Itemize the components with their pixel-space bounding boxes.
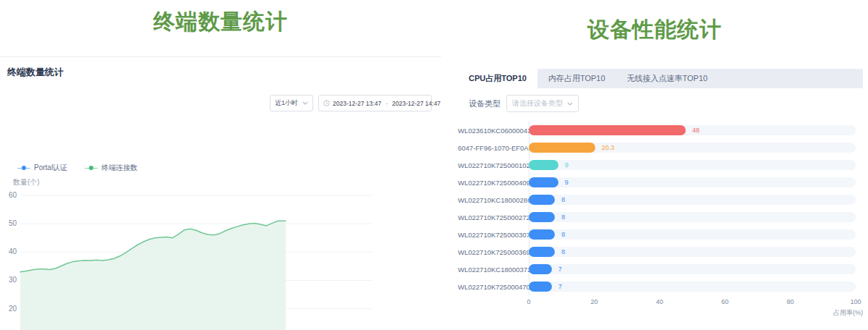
bar-row-3: WL022710K7250004099 [458,174,863,191]
bar-fill [529,229,555,240]
bar-track: 8 [529,212,856,222]
x-tick-label: 80 [787,298,794,305]
bar-value-label: 20.3 [602,144,615,151]
bar-row-0: WL023610KC0600004348 [458,122,863,139]
clock-icon [323,100,330,106]
device-type-filter-row: 设备类型 请选择设备类型 [469,95,863,112]
bar-track: 9 [529,177,856,187]
svg-text:40: 40 [9,248,17,255]
legend-label: Portal认证 [34,163,67,173]
device-type-label: 设备类型 [469,98,501,109]
chevron-down-icon [302,101,308,105]
bar-value-label: 9 [565,161,569,169]
y-axis-name: 数量(个) [13,177,40,187]
svg-text:60: 60 [9,191,17,199]
bar-value-label: 8 [561,231,565,238]
bar-fill [529,177,558,187]
bar-fill [529,282,552,292]
terminal-count-section: 终端数量统计 终端数量统计 近1小时 2023-12-27 13:47 - 20… [0,0,441,330]
bar-value-label: 7 [558,283,562,290]
device-type-placeholder: 请选择设备类型 [512,98,563,109]
device-performance-header: 设备性能统计 [441,15,868,45]
chart-controls: 近1小时 2023-12-27 13:47 - 2023-12-27 14:47 [270,95,432,111]
legend-item-1[interactable]: 终端连接数 [85,163,137,173]
x-tick-label: 60 [721,298,728,305]
date-range-separator: - [384,100,389,107]
svg-text:50: 50 [9,219,17,227]
bar-fill [529,212,555,222]
bar-row-8: WL022710KC180003727 [458,261,863,278]
bar-category-label: WL023610KC06000043 [458,127,522,135]
bar-fill [529,143,595,153]
bar-row-2: WL022710K7250001029 [458,156,863,174]
svg-text:30: 30 [9,276,17,284]
bar-track: 7 [529,282,856,292]
tab-0[interactable]: CPU占用TOP10 [458,69,537,88]
bar-category-label: WL022710K725000307 [458,231,522,239]
bar-track: 48 [529,125,856,135]
tab-1[interactable]: 内存占用TOP10 [537,69,616,88]
date-range-picker[interactable]: 2023-12-27 13:47 - 2023-12-27 14:47 [318,95,432,111]
bar-category-label: 6047-FF96-1070-EF0A [458,144,522,152]
bar-fill [529,125,686,135]
bar-category-label: WL022710KC18000280 [458,196,522,204]
x-tick-label: 0 [527,298,530,305]
bar-value-label: 9 [565,179,569,186]
x-tick-label: 100 [850,298,861,305]
chevron-down-icon [567,102,573,106]
x-tick-label: 40 [656,298,663,305]
bar-value-label: 8 [561,196,565,203]
bar-category-label: WL022710KC18000372 [458,266,522,274]
bar-value-label: 7 [558,266,562,273]
tab-2[interactable]: 无线接入点速率TOP10 [616,69,719,88]
chart-legend: Portal认证终端连接数 [17,163,137,173]
bar-category-label: WL022710K725000102 [458,161,522,169]
bar-category-label: WL022710K725000409 [458,179,522,187]
bar-value-label: 8 [561,213,565,221]
date-range-start: 2023-12-27 13:47 [333,100,381,107]
device-performance-panel: CPU占用TOP10内存占用TOP10无线接入点速率TOP10 设备类型 请选择… [458,69,863,330]
bar-row-9: WL022710K7250004707 [458,278,863,295]
bar-row-5: WL022710K7250002728 [458,208,863,226]
bar-category-label: WL022710K725000272 [458,213,522,221]
cpu-top10-chart: WL023610KC06000043486047-FF96-1070-EF0A2… [458,122,863,295]
bar-fill [529,195,555,205]
bar-row-7: WL022710K7250003698 [458,243,863,261]
bar-category-label: WL022710K725000470 [458,283,522,291]
terminal-count-chart: 010203040506013:4714:0014:1514:3014:4514… [0,187,441,330]
bar-value-label: 8 [561,248,565,255]
time-range-select[interactable]: 近1小时 [270,95,313,111]
bar-track: 7 [529,264,856,274]
bar-fill [529,264,552,274]
bar-track: 8 [529,247,856,257]
device-type-select[interactable]: 请选择设备类型 [506,95,579,112]
bar-row-4: WL022710KC180002808 [458,191,863,208]
time-range-value: 近1小时 [275,98,298,108]
bar-row-1: 6047-FF96-1070-EF0A20.3 [458,139,863,156]
legend-label: 终端连接数 [101,163,137,173]
date-range-end: 2023-12-27 14:47 [392,100,441,107]
terminal-count-header: 终端数量统计 [0,7,441,37]
bar-track: 8 [529,195,856,205]
bar-row-6: WL022710K7250003078 [458,226,863,243]
terminal-count-panel: 终端数量统计 近1小时 2023-12-27 13:47 - 2023-12-2… [0,56,441,330]
bar-track: 20.3 [529,143,856,153]
dashboard-page: 终端数量统计 终端数量统计 近1小时 2023-12-27 13:47 - 20… [0,0,868,330]
terminal-count-panel-title: 终端数量统计 [7,66,64,79]
bar-track: 9 [529,160,856,170]
legend-marker [85,164,98,172]
svg-text:20: 20 [9,305,17,313]
legend-marker [17,164,30,172]
x-axis-name: 占用率(%) [529,308,863,318]
bar-fill [529,160,558,170]
tab-bar: CPU占用TOP10内存占用TOP10无线接入点速率TOP10 [458,69,863,88]
legend-item-0[interactable]: Portal认证 [17,163,67,173]
x-tick-label: 20 [590,298,597,305]
bar-value-label: 48 [692,127,699,134]
bar-chart-x-axis: 020406080100 [529,298,856,308]
bar-fill [529,247,555,257]
device-performance-section: 设备性能统计 CPU占用TOP10内存占用TOP10无线接入点速率TOP10 设… [441,0,868,330]
bar-category-label: WL022710K725000369 [458,248,522,256]
bar-track: 8 [529,229,856,240]
